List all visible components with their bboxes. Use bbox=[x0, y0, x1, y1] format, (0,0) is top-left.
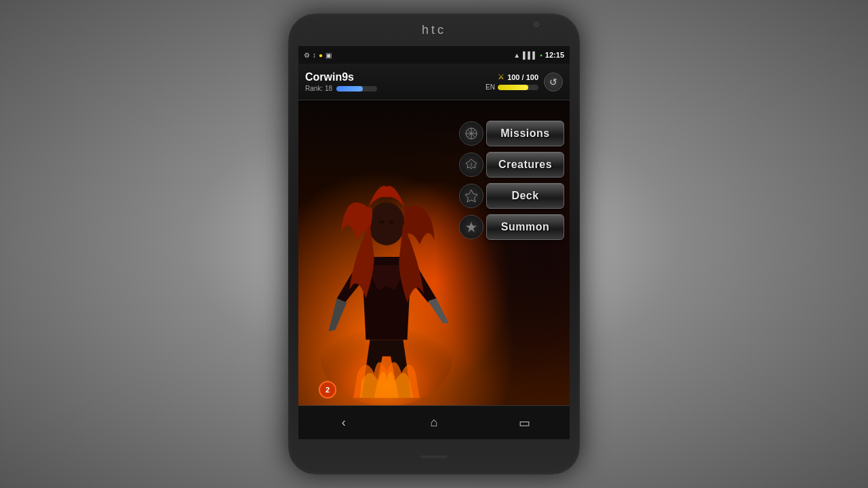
en-bar-background bbox=[498, 85, 538, 90]
phone-device: htc ⚙ ↕ ● ▣ ▲ ▌▌▌ ▪ 12:15 Corwin9s Ra bbox=[288, 14, 580, 474]
en-label: EN bbox=[486, 83, 495, 91]
missions-row: Missions bbox=[459, 121, 564, 146]
screen-icon: ▣ bbox=[326, 52, 332, 59]
status-time: 12:15 bbox=[545, 51, 564, 59]
refresh-button[interactable]: ↺ bbox=[544, 73, 563, 92]
deck-row: Deck bbox=[459, 183, 564, 209]
usb-icon: ⚙ bbox=[304, 52, 310, 59]
svg-point-3 bbox=[389, 220, 394, 224]
battery-icon: ▪ bbox=[540, 52, 542, 59]
svg-marker-9 bbox=[465, 190, 477, 202]
refresh-icon: ↺ bbox=[549, 77, 557, 87]
creatures-row: Creatures bbox=[459, 152, 564, 178]
summon-icon bbox=[459, 215, 484, 239]
rank-bar-background bbox=[336, 86, 377, 92]
notification-badge: 2 bbox=[319, 381, 336, 399]
deck-label: Deck bbox=[511, 190, 538, 202]
hp-text: 100 / 100 bbox=[507, 73, 538, 81]
player-info: Corwin9s Rank: 18 bbox=[305, 71, 486, 92]
creatures-icon bbox=[459, 152, 484, 177]
nav-buttons-container: Missions Creatures bbox=[459, 121, 564, 240]
rank-label: Rank: 18 bbox=[305, 85, 332, 92]
deck-button[interactable]: Deck bbox=[486, 183, 564, 209]
character-art bbox=[312, 100, 461, 405]
svg-point-1 bbox=[368, 202, 405, 245]
game-area: Missions Creatures bbox=[298, 100, 570, 405]
phone-top-bar: htc bbox=[288, 14, 580, 46]
home-button[interactable]: ⌂ bbox=[417, 411, 451, 435]
svg-point-2 bbox=[379, 220, 384, 224]
android-status-bar: ⚙ ↕ ● ▣ ▲ ▌▌▌ ▪ 12:15 bbox=[298, 46, 570, 64]
recent-icon: ▭ bbox=[519, 415, 530, 430]
screen: ⚙ ↕ ● ▣ ▲ ▌▌▌ ▪ 12:15 Corwin9s Rank: 18 bbox=[298, 46, 570, 405]
camera-dot bbox=[534, 22, 539, 27]
rank-row: Rank: 18 bbox=[305, 85, 486, 92]
status-icons-left: ⚙ ↕ ● ▣ bbox=[304, 52, 332, 59]
coin-icon: ● bbox=[319, 52, 323, 59]
phone-bottom bbox=[420, 439, 448, 474]
game-header: Corwin9s Rank: 18 ⚔ 100 / 100 EN bbox=[298, 64, 570, 100]
htc-logo: htc bbox=[422, 23, 446, 37]
header-right: ⚔ 100 / 100 EN bbox=[486, 73, 538, 91]
hp-icon: ⚔ bbox=[498, 73, 505, 81]
summon-row: Summon bbox=[459, 214, 564, 240]
usb2-icon: ↕ bbox=[313, 52, 316, 59]
home-indicator bbox=[420, 455, 448, 458]
player-name: Corwin9s bbox=[305, 71, 486, 83]
en-bar-fill bbox=[498, 85, 528, 90]
en-row: EN bbox=[486, 83, 538, 91]
status-icons-right: ▲ ▌▌▌ ▪ 12:15 bbox=[513, 51, 564, 59]
recent-apps-button[interactable]: ▭ bbox=[507, 411, 541, 435]
summon-button[interactable]: Summon bbox=[486, 214, 564, 240]
creatures-button[interactable]: Creatures bbox=[486, 152, 564, 178]
rank-bar-fill bbox=[336, 86, 363, 92]
home-icon: ⌂ bbox=[431, 415, 438, 430]
hp-row: ⚔ 100 / 100 bbox=[498, 73, 538, 81]
back-button[interactable]: ‹ bbox=[327, 411, 361, 435]
summon-label: Summon bbox=[501, 221, 549, 233]
back-icon: ‹ bbox=[342, 415, 346, 430]
deck-icon bbox=[459, 184, 484, 208]
android-bottom-nav: ‹ ⌂ ▭ bbox=[298, 405, 570, 439]
creatures-label: Creatures bbox=[498, 159, 552, 171]
missions-button[interactable]: Missions bbox=[486, 121, 564, 146]
missions-label: Missions bbox=[500, 127, 549, 140]
wifi-icon: ▲ bbox=[513, 52, 520, 59]
missions-icon bbox=[459, 121, 484, 146]
signal-icon: ▌▌▌ bbox=[523, 52, 537, 59]
